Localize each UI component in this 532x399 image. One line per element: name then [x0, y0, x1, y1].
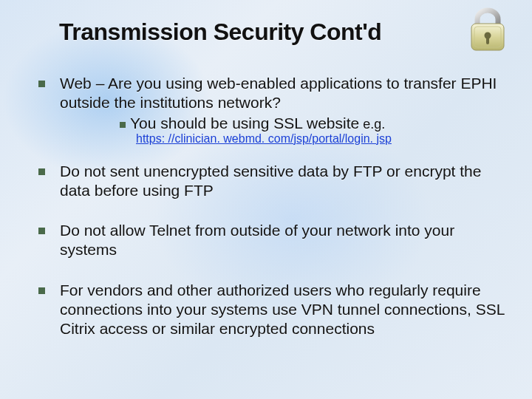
slide-title: Transmission Security Cont'd [59, 18, 381, 46]
list-item: Do not allow Telnet from outside of your… [38, 221, 510, 260]
svg-rect-3 [486, 37, 489, 44]
title-row: Transmission Security Cont'd [59, 18, 510, 46]
sub-bullet-text: You should be using SSL website e.g. [130, 115, 385, 132]
bullet-text: Web – Are you using web-enabled applicat… [60, 74, 510, 113]
ssl-example-link[interactable]: https: //clinician. webmd. com/jsp/porta… [136, 132, 392, 145]
bullet-icon [38, 81, 45, 87]
sub-list-item: You should be using SSL website e.g. [120, 115, 510, 132]
eg-label: e.g. [359, 117, 385, 132]
bullet-icon [120, 122, 126, 128]
lock-icon [466, 6, 510, 53]
list-item: For vendors and other authorized users w… [38, 281, 510, 339]
sub-bullet-label: You should be using SSL website [130, 115, 359, 132]
bullet-icon [38, 228, 45, 234]
bullet-text: For vendors and other authorized users w… [60, 281, 510, 339]
bullet-icon [38, 168, 45, 175]
bullet-list: Web – Are you using web-enabled applicat… [22, 74, 510, 338]
bullet-icon [38, 287, 45, 294]
bullet-text: Do not sent unencrypted sensitive data b… [60, 162, 510, 201]
list-item: Do not sent unencrypted sensitive data b… [38, 162, 510, 201]
bullet-text: Do not allow Telnet from outside of your… [60, 221, 510, 260]
slide: Transmission Security Cont'd [0, 0, 532, 399]
link-line: https: //clinician. webmd. com/jsp/porta… [136, 132, 510, 146]
list-item: Web – Are you using web-enabled applicat… [38, 74, 510, 113]
